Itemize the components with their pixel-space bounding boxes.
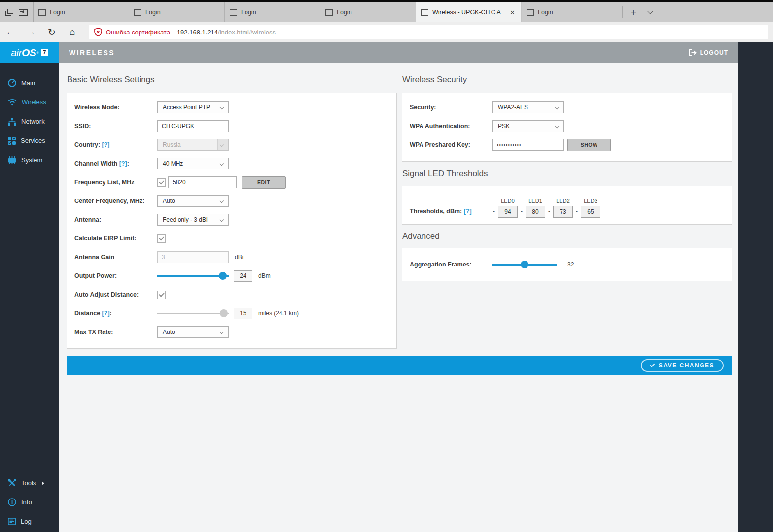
output-power-unit: dBm [258, 272, 271, 279]
frequency-list-checkbox[interactable] [157, 178, 166, 187]
sidebar-item-log[interactable]: Log [0, 512, 59, 531]
ssid-input[interactable] [157, 120, 229, 132]
tab-title: Wireless - UPGK-CITC A [432, 9, 505, 16]
slider-handle[interactable] [521, 261, 528, 268]
country-select: Russia [157, 139, 229, 151]
refresh-button[interactable]: ↻ [41, 27, 62, 38]
tab-login-2[interactable]: Login [129, 2, 225, 22]
output-power-label: Output Power: [74, 272, 157, 279]
max-tx-rate-value: Auto [163, 329, 175, 335]
led2-group: LED2 [553, 198, 573, 218]
sidebar-item-services[interactable]: Services [0, 131, 59, 150]
wpa-auth-label: WPA Authentication: [410, 123, 492, 130]
row-calc-eirp: Calculate EIRP Limit: [67, 229, 396, 248]
show-button[interactable]: SHOW [567, 139, 611, 151]
wpa-key-input[interactable] [492, 139, 564, 151]
led1-input[interactable] [526, 206, 545, 218]
led3-input[interactable] [581, 206, 600, 218]
distance-label: Distance [?]: [74, 310, 157, 317]
certificate-error-text[interactable]: Ошибка сертификата [106, 29, 170, 36]
wireless-mode-select[interactable]: Access Point PTP [157, 101, 229, 113]
sidebar-item-label: System [21, 156, 42, 164]
sidebar-item-info[interactable]: Info [0, 493, 59, 512]
channel-width-label: Channel Width [?]: [74, 160, 157, 167]
home-button[interactable]: ⌂ [62, 27, 83, 37]
page-icon [325, 9, 333, 16]
page-icon [527, 9, 534, 16]
sidebar-item-wireless[interactable]: Wireless [0, 93, 59, 112]
sidebar-item-label: Main [21, 79, 35, 87]
save-changes-label: SAVE CHANGES [659, 362, 714, 369]
row-wireless-mode: Wireless Mode: Access Point PTP [67, 98, 396, 117]
led2-input[interactable] [553, 206, 573, 218]
url-field[interactable]: Ошибка сертификата 192.168.1.214 /index.… [89, 25, 768, 39]
aggregation-label: Aggregation Frames: [410, 261, 492, 268]
led0-input[interactable] [498, 206, 518, 218]
security-label: Security: [410, 104, 492, 111]
section-heading-basic: Basic Wireless Settings [67, 75, 155, 85]
distance-slider [157, 309, 229, 317]
row-ssid: SSID: [67, 117, 396, 135]
led0-group: LED0 [498, 198, 518, 218]
wpa-auth-select[interactable]: PSK [492, 120, 564, 132]
info-icon [8, 498, 16, 506]
set-tabs-aside-icon[interactable] [19, 9, 28, 16]
browser-tab-bar: Login Login Login Login Wireless - UPGK-… [0, 2, 773, 22]
tab-login-5[interactable]: Login [522, 2, 617, 22]
minus-sign: - [493, 208, 495, 215]
network-icon [8, 118, 16, 126]
row-security: Security: WPA2-AES [402, 98, 732, 117]
center-frequency-select[interactable]: Auto [157, 195, 229, 207]
slider-handle[interactable] [219, 272, 227, 280]
ssid-label: SSID: [74, 123, 157, 130]
app-header: WIRELESS LOGOUT [59, 42, 738, 63]
distance-help-link[interactable]: [?] [102, 310, 110, 317]
logout-button[interactable]: LOGOUT [689, 49, 728, 56]
tab-preview-icon[interactable] [5, 9, 14, 16]
distance-input[interactable] [234, 308, 252, 319]
tab-login-3[interactable]: Login [225, 2, 320, 22]
row-country: Country: [?] Russia [67, 135, 396, 154]
logo-reg-mark: ® [36, 51, 38, 54]
country-help-link[interactable]: [?] [102, 141, 110, 148]
frequency-list-input[interactable] [168, 176, 237, 188]
auto-adjust-checkbox[interactable] [157, 291, 166, 299]
back-button[interactable]: ← [0, 27, 21, 37]
new-tab-button[interactable]: + [623, 2, 643, 22]
close-tab-icon[interactable]: ✕ [509, 9, 516, 16]
thresholds-help-link[interactable]: [?] [464, 208, 472, 215]
tab-menu-button[interactable] [643, 2, 657, 22]
edit-button[interactable]: EDIT [242, 176, 286, 189]
channel-width-select[interactable]: 40 MHz [157, 158, 229, 169]
sidebar-item-system[interactable]: System [0, 150, 59, 169]
row-auto-adjust: Auto Adjust Distance: [67, 285, 396, 304]
sidebar-item-network[interactable]: Network [0, 112, 59, 131]
output-power-slider[interactable] [157, 272, 229, 280]
wireless-security-panel: Security: WPA2-AES WPA Authentication: P… [402, 93, 732, 162]
sidebar: airOS®7 Main Wireless Network Services S… [0, 42, 59, 532]
tab-login-4[interactable]: Login [320, 2, 416, 22]
tab-wireless-active[interactable]: Wireless - UPGK-CITC A ✕ [416, 2, 522, 22]
channel-width-help-link[interactable]: [?] [119, 160, 127, 167]
forward-button[interactable]: → [21, 27, 41, 37]
tools-icon [8, 479, 16, 487]
url-host: 192.168.1.214 [177, 29, 218, 36]
antenna-label: Antenna: [74, 216, 157, 223]
certificate-error-icon[interactable] [94, 28, 102, 36]
max-tx-rate-select[interactable]: Auto [157, 326, 229, 338]
aggregation-slider[interactable] [492, 261, 557, 268]
output-power-input[interactable] [234, 270, 252, 282]
sidebar-item-tools[interactable]: Tools [0, 473, 59, 493]
sidebar-item-main[interactable]: Main [0, 73, 59, 93]
antenna-value: Feed only - 3 dBi [163, 216, 208, 223]
slider-handle [220, 309, 228, 317]
wireless-mode-value: Access Point PTP [163, 104, 210, 111]
tab-login-1[interactable]: Login [34, 2, 129, 22]
antenna-select[interactable]: Feed only - 3 dBi [157, 214, 229, 226]
security-select[interactable]: WPA2-AES [492, 101, 564, 113]
basic-wireless-panel: Wireless Mode: Access Point PTP SSID: Co… [67, 93, 397, 349]
calc-eirp-checkbox[interactable] [157, 234, 166, 243]
led-thresholds-panel: Thresholds, dBm: [?] - LED0 - LED1 - LED… [402, 186, 732, 225]
page-icon [421, 9, 428, 16]
save-changes-button[interactable]: SAVE CHANGES [641, 359, 724, 372]
